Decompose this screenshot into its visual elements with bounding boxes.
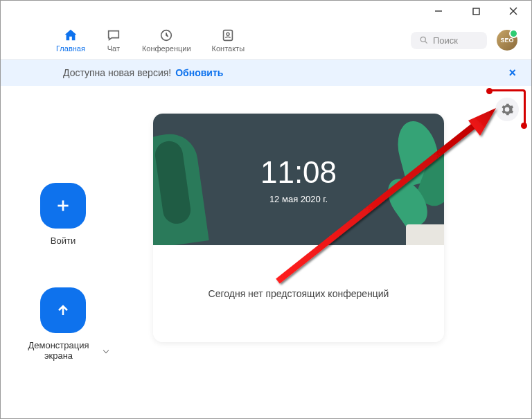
action-join: Войти — [18, 183, 108, 246]
join-label: Войти — [51, 235, 76, 246]
banner-close-button[interactable]: × — [508, 66, 516, 80]
search-icon — [419, 35, 429, 45]
update-banner: Доступна новая версия! Обновить × — [1, 60, 531, 86]
window-titlebar — [1, 1, 531, 21]
search-input[interactable]: Поиск — [411, 32, 487, 49]
contacts-icon — [220, 28, 236, 43]
plant-decoration — [378, 114, 444, 245]
card-header: 11:08 12 мая 2020 г. — [153, 114, 444, 245]
tab-contacts-label: Контакты — [212, 44, 245, 53]
empty-schedule-text: Сегодня нет предстоящих конференций — [209, 288, 389, 299]
home-icon — [63, 28, 78, 43]
action-share: Демонстрация экрана — [18, 287, 108, 361]
card-body: Сегодня нет предстоящих конференций — [153, 245, 444, 342]
tab-chat[interactable]: Чат — [106, 28, 121, 53]
clock-time: 11:08 — [260, 155, 337, 190]
sidebar: Войти Демонстрация экрана — [1, 86, 125, 418]
arrow-up-icon — [55, 302, 71, 319]
top-navigation: Главная Чат Конференции Контакты Поиск S… — [1, 21, 531, 60]
main-area: 11:08 12 мая 2020 г. Сегодня нет предсто… — [125, 86, 531, 418]
banner-message: Доступна новая версия! — [63, 67, 171, 78]
svg-point-7 — [420, 37, 425, 42]
tab-chat-label: Чат — [107, 44, 120, 53]
banner-update-link[interactable]: Обновить — [175, 67, 223, 78]
share-button[interactable] — [40, 287, 86, 333]
tab-meetings-label: Конференции — [142, 44, 191, 53]
svg-line-8 — [425, 42, 427, 44]
plus-icon — [54, 197, 72, 215]
clock-date: 12 мая 2020 г. — [269, 194, 328, 204]
plant-decoration — [153, 131, 209, 245]
minimize-button[interactable] — [426, 3, 451, 19]
clock-icon — [159, 28, 174, 43]
search-placeholder: Поиск — [433, 35, 458, 46]
close-window-button[interactable] — [501, 3, 526, 19]
gear-icon — [500, 102, 514, 116]
tab-home[interactable]: Главная — [56, 28, 85, 53]
maximize-button[interactable] — [463, 3, 488, 19]
tab-contacts[interactable]: Контакты — [212, 28, 245, 53]
chat-icon — [106, 28, 121, 43]
svg-point-6 — [227, 33, 229, 35]
settings-button[interactable] — [495, 98, 519, 121]
schedule-card: 11:08 12 мая 2020 г. Сегодня нет предсто… — [153, 114, 444, 342]
tab-meetings[interactable]: Конференции — [142, 28, 191, 53]
chevron-down-icon[interactable] — [103, 348, 109, 353]
join-button[interactable] — [40, 183, 86, 229]
svg-rect-1 — [473, 8, 479, 15]
avatar[interactable]: SEO — [497, 30, 517, 51]
tab-home-label: Главная — [56, 44, 85, 53]
share-label: Демонстрация экрана — [18, 340, 108, 361]
